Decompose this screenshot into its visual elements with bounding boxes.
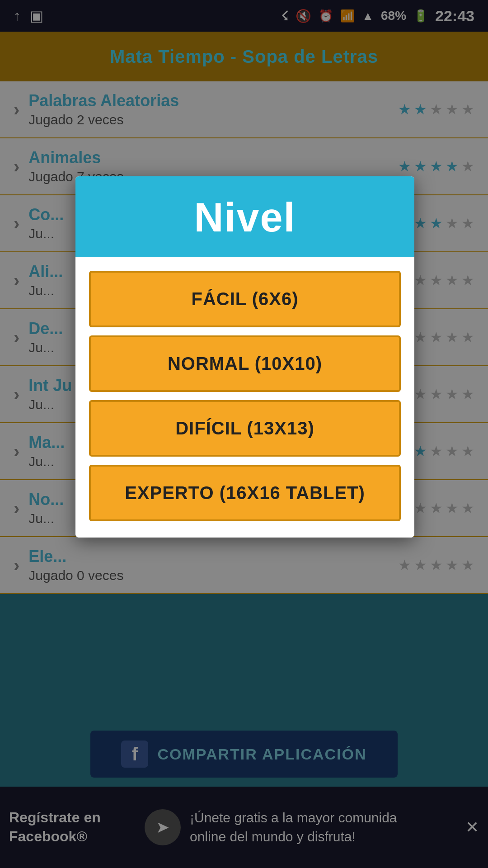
- dialog-body: FÁCIL (6X6) NORMAL (10X10) DIFÍCIL (13X1…: [75, 257, 414, 538]
- normal-level-button[interactable]: NORMAL (10X10): [89, 335, 401, 392]
- expert-level-button[interactable]: EXPERTO (16X16 TABLET): [89, 465, 401, 521]
- easy-level-button[interactable]: FÁCIL (6X6): [89, 271, 401, 327]
- level-dialog: Nivel FÁCIL (6X6) NORMAL (10X10) DIFÍCIL…: [75, 176, 414, 538]
- dialog-header: Nivel: [75, 176, 414, 257]
- dialog-title: Nivel: [84, 194, 405, 241]
- difficult-level-button[interactable]: DIFÍCIL (13X13): [89, 400, 401, 457]
